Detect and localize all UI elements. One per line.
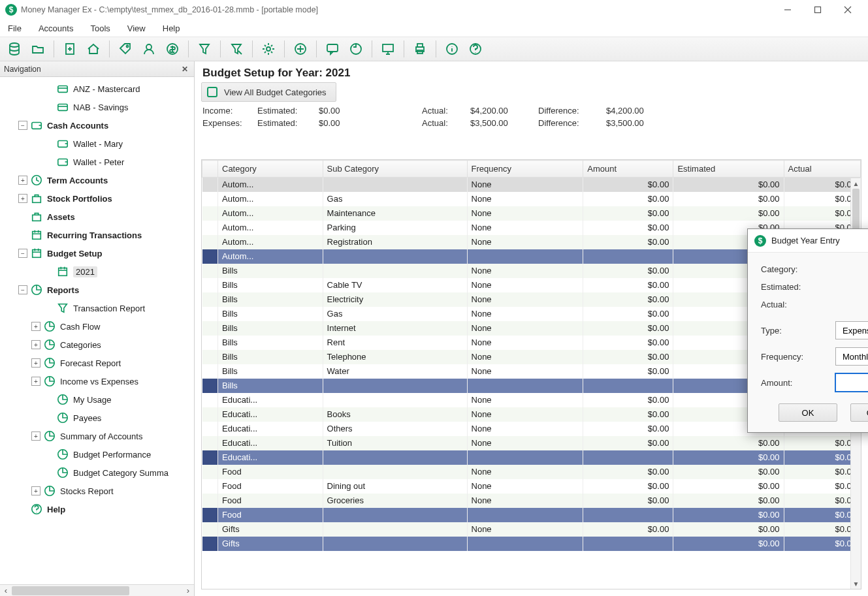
view-all-categories-button[interactable]: View All Budget Categories (201, 82, 336, 102)
nav-item-cash-accounts[interactable]: −Cash Accounts (0, 116, 194, 134)
row-handle[interactable] (202, 522, 218, 537)
dialog-titlebar[interactable]: $ Budget Year Entry (748, 229, 868, 253)
nav-item-budget-performance[interactable]: Budget Performance (0, 445, 194, 463)
collapse-icon[interactable]: − (18, 285, 27, 294)
menu-tools[interactable]: Tools (88, 22, 112, 35)
nav-item-stocks-report[interactable]: +Stocks Report (0, 482, 194, 500)
table-row[interactable]: Autom...GasNone$0.00$0.00$0.00 (202, 192, 861, 206)
nav-item-payees[interactable]: Payees (0, 409, 194, 427)
window-minimize-button[interactable] (773, 0, 803, 20)
new-file-icon[interactable] (59, 39, 80, 59)
nav-item-forecast-report[interactable]: +Forecast Report (0, 354, 194, 372)
row-handle[interactable] (202, 235, 218, 249)
nav-item-term-accounts[interactable]: +Term Accounts (0, 171, 194, 189)
filter-icon[interactable] (194, 39, 215, 59)
table-row[interactable]: GiftsNone$0.00$0.00$0.00 (202, 522, 861, 537)
nav-item-budget-category-summa[interactable]: Budget Category Summa (0, 463, 194, 482)
nav-item-summary-of-accounts[interactable]: +Summary of Accounts (0, 427, 194, 445)
row-handle[interactable] (202, 537, 218, 551)
expand-icon[interactable]: + (31, 486, 40, 495)
nav-item-income-vs-expenses[interactable]: +Income vs Expenses (0, 372, 194, 390)
row-handle[interactable] (202, 206, 218, 221)
row-handle[interactable] (202, 465, 218, 479)
row-handle[interactable] (202, 508, 218, 522)
table-row[interactable]: FoodDining outNone$0.00$0.00$0.00 (202, 479, 861, 494)
col-amount[interactable]: Amount (583, 161, 673, 178)
row-handle[interactable] (202, 278, 218, 292)
expand-icon[interactable]: + (31, 377, 40, 386)
print-icon[interactable] (410, 39, 430, 59)
scroll-left-icon[interactable]: ‹ (0, 585, 12, 596)
nav-item-anz-mastercard[interactable]: ANZ - Mastercard (0, 80, 194, 98)
ok-button[interactable]: OK (779, 403, 837, 422)
table-row[interactable]: Educati...TuitionNone$0.00$0.00$0.00 (202, 436, 861, 450)
nav-item-transaction-report[interactable]: Transaction Report (0, 299, 194, 317)
row-handle[interactable] (202, 249, 218, 264)
row-handle[interactable] (202, 479, 218, 494)
window-close-button[interactable] (833, 0, 863, 20)
nav-item-my-usage[interactable]: My Usage (0, 390, 194, 409)
col-actual[interactable]: Actual (784, 161, 860, 178)
nav-item-recurring-transactions[interactable]: Recurring Transactions (0, 226, 194, 244)
help-icon[interactable] (465, 39, 486, 59)
expand-icon[interactable]: + (31, 431, 40, 441)
vscroll-thumb[interactable] (852, 189, 860, 234)
row-handle[interactable] (202, 379, 218, 393)
monitor-icon[interactable] (378, 39, 398, 59)
chat-icon[interactable] (322, 39, 343, 59)
frequency-select[interactable]: Monthly (835, 347, 868, 366)
table-row[interactable]: FoodGroceriesNone$0.00$0.00$0.00 (202, 494, 861, 508)
table-row[interactable]: Autom...MaintenanceNone$0.00$0.00$0.00 (202, 206, 861, 221)
col-sub-category[interactable]: Sub Category (323, 161, 467, 178)
row-handle[interactable] (202, 336, 218, 350)
nav-item-cash-flow[interactable]: +Cash Flow (0, 317, 194, 336)
row-handle[interactable] (202, 393, 218, 407)
nav-item-assets[interactable]: Assets (0, 208, 194, 226)
row-handle[interactable] (202, 407, 218, 422)
col-category[interactable]: Category (218, 161, 323, 178)
expand-icon[interactable]: + (18, 176, 27, 185)
currency-icon[interactable] (162, 39, 183, 59)
nav-item-wallet-peter[interactable]: Wallet - Peter (0, 153, 194, 171)
nav-item-stock-portfolios[interactable]: +Stock Portfolios (0, 189, 194, 208)
menu-file[interactable]: File (5, 22, 24, 35)
row-handle[interactable] (202, 436, 218, 450)
scroll-right-icon[interactable]: › (182, 585, 194, 596)
add-icon[interactable] (290, 39, 311, 59)
expand-icon[interactable]: + (18, 194, 27, 203)
nav-item-budget-setup[interactable]: −Budget Setup (0, 244, 194, 262)
row-handle[interactable] (202, 264, 218, 278)
scroll-down-icon[interactable]: ▼ (851, 578, 861, 589)
folder-open-icon[interactable] (27, 39, 48, 59)
nav-item-help[interactable]: Help (0, 500, 194, 518)
table-row[interactable]: Gifts$0.00$0.00 (202, 537, 861, 551)
tag-icon[interactable] (115, 39, 136, 59)
row-handle[interactable] (202, 221, 218, 235)
refresh-icon[interactable] (346, 39, 366, 59)
row-handle[interactable] (202, 494, 218, 508)
menu-view[interactable]: View (125, 22, 148, 35)
menu-help[interactable]: Help (160, 22, 183, 35)
nav-item-reports[interactable]: −Reports (0, 281, 194, 299)
table-row[interactable]: Food$0.00$0.00 (202, 508, 861, 522)
expand-icon[interactable]: + (31, 358, 40, 368)
table-row[interactable]: Autom...None$0.00$0.00$0.00 (202, 178, 861, 192)
col-estimated[interactable]: Estimated (673, 161, 784, 178)
navigation-close-button[interactable]: ✕ (180, 64, 190, 74)
scroll-up-icon[interactable]: ▲ (851, 178, 861, 189)
expand-icon[interactable]: + (31, 322, 40, 331)
database-icon[interactable] (4, 39, 25, 59)
table-row[interactable]: FoodNone$0.00$0.00$0.00 (202, 465, 861, 479)
nav-item-2021[interactable]: 2021 (0, 262, 194, 281)
info-icon[interactable] (442, 39, 462, 59)
type-select[interactable]: Expense (835, 321, 868, 339)
row-handle[interactable] (202, 292, 218, 307)
row-handle[interactable] (202, 307, 218, 321)
cancel-button[interactable]: Cancel (850, 403, 868, 422)
home-icon[interactable] (83, 39, 104, 59)
row-handle[interactable] (202, 450, 218, 465)
row-handle[interactable] (202, 192, 218, 206)
navigation-hscrollbar[interactable]: ‹ › (0, 584, 194, 596)
expand-icon[interactable]: + (31, 340, 40, 349)
checkbox-icon[interactable] (207, 87, 217, 97)
